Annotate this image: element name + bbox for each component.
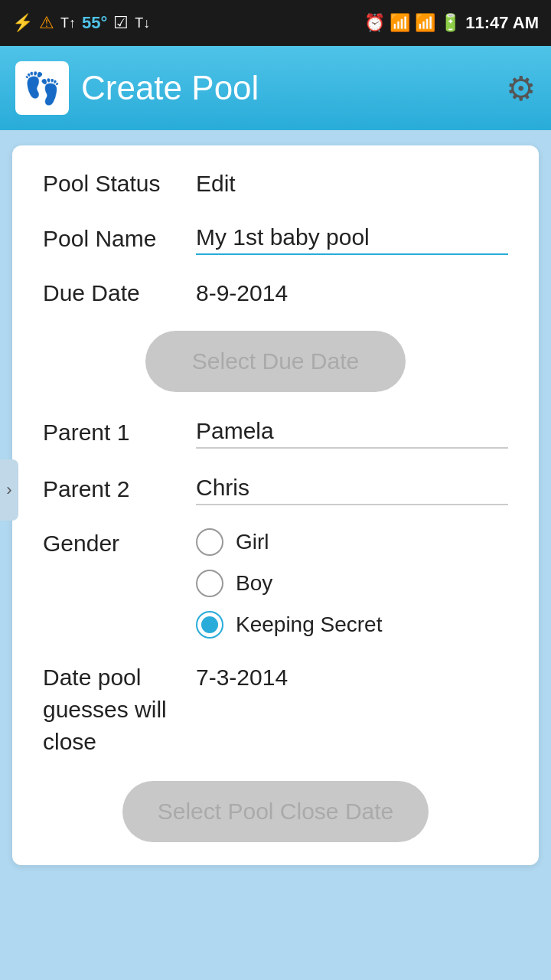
pool-name-row: Pool Name [43,221,508,255]
parent2-row: Parent 2 [43,472,508,505]
sim2-icon: T↓ [135,15,150,31]
wifi-icon: 📶 [390,13,410,33]
pool-status-value: Edit [196,171,508,197]
close-date-row: Date pool guesses will close 7-3-2014 [43,662,508,758]
radio-boy [196,570,223,597]
time-display: 11:47 AM [465,13,539,33]
battery-icon: 🔋 [440,13,461,33]
main-form: Pool Status Edit Pool Name Due Date 8-9-… [12,145,539,865]
parent2-label: Parent 2 [43,474,196,504]
alarm-icon: ⏰ [364,13,385,33]
gender-boy-label: Boy [236,571,272,596]
select-close-date-button[interactable]: Select Pool Close Date [122,781,429,842]
status-bar: ⚡ ⚠ T↑ 55° ☑ T↓ ⏰ 📶 📶 🔋 11:47 AM [0,0,551,46]
due-date-label: Due Date [43,278,196,308]
chevron-right-icon: › [6,480,11,500]
status-icons-right: ⏰ 📶 📶 🔋 11:47 AM [364,13,539,33]
signal-icon: 📶 [415,13,435,33]
gender-label: Gender [43,528,196,558]
app-logo: 👣 [15,61,69,115]
drawer-handle[interactable]: › [0,459,18,521]
due-date-value: 8-9-2014 [196,280,508,306]
gender-section: Gender Girl Boy Keeping Secret [43,528,508,639]
pool-name-input[interactable] [196,221,508,255]
parent1-row: Parent 1 [43,415,508,449]
gear-icon: ⚙ [506,70,536,107]
checkbox-icon: ☑ [113,13,129,33]
settings-button[interactable]: ⚙ [506,69,536,108]
close-date-value: 7-3-2014 [196,662,508,691]
warning-icon: ⚠ [39,13,54,33]
gender-option-girl[interactable]: Girl [196,528,382,556]
gender-option-secret[interactable]: Keeping Secret [196,611,382,639]
app-bar: 👣 Create Pool ⚙ [0,46,551,130]
radio-secret [196,611,223,639]
gender-girl-label: Girl [236,530,269,554]
radio-girl [196,528,223,556]
usb-icon: ⚡ [12,13,33,33]
sim-icon: T↑ [60,15,76,31]
pool-status-label: Pool Status [43,168,196,198]
parent1-input[interactable] [196,415,508,449]
due-date-row: Due Date 8-9-2014 [43,278,508,308]
pool-status-row: Pool Status Edit [43,168,508,198]
select-due-date-button[interactable]: Select Due Date [145,331,406,392]
page-title: Create Pool [81,69,259,107]
pool-name-label: Pool Name [43,224,196,253]
parent1-label: Parent 1 [43,417,196,447]
temp-display: 55° [82,13,107,33]
gender-secret-label: Keeping Secret [236,612,382,637]
gender-option-boy[interactable]: Boy [196,570,382,597]
status-icons-left: ⚡ ⚠ T↑ 55° ☑ T↓ [12,13,150,33]
gender-options: Girl Boy Keeping Secret [196,528,382,639]
parent2-input[interactable] [196,472,508,505]
close-date-label: Date pool guesses will close [43,662,196,758]
app-bar-left: 👣 Create Pool [15,61,259,115]
